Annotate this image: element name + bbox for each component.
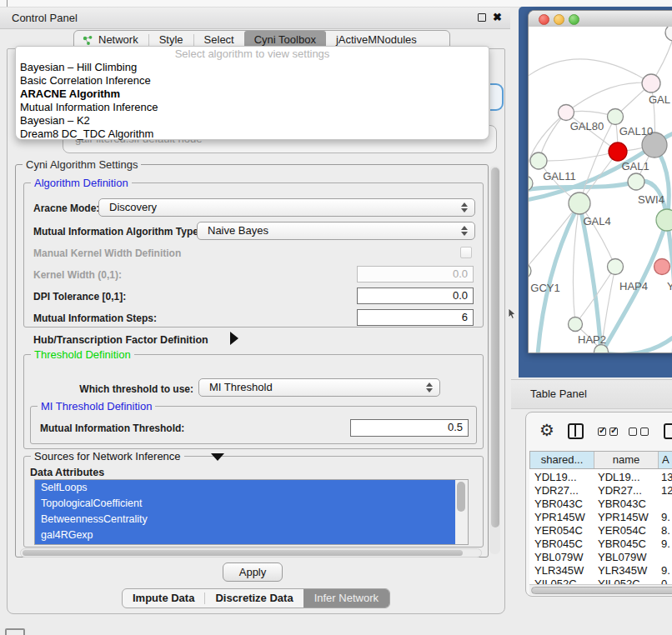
column-split-icon[interactable] [568,423,584,439]
manual-kernel-checkbox[interactable] [460,247,472,258]
settings-horizontal-scrollbar[interactable] [20,548,482,558]
node-label: GAL1 [621,160,649,172]
mi-threshold-field[interactable]: 0.5 [350,419,469,437]
focused-combo-fragment[interactable] [490,83,504,111]
hub-definition-label[interactable]: Hub/Transcription Factor Definition [33,334,208,346]
table-row[interactable]: YLR345WYLR345W9. [529,564,672,578]
table-panel-card: ⚙ ✓ ✓ shared... name A YDL19...YDL19...1… [525,412,672,597]
close-icon[interactable]: ✖ [493,11,502,23]
combo-stepper-icon [460,225,467,237]
aracne-mode-label: Aracne Mode: [33,202,99,214]
mi-type-combo[interactable]: Naive Bayes [197,222,475,240]
table-row[interactable]: YBL079WYBL079W [529,551,672,564]
table-row[interactable]: YBR043CYBR043C [529,498,672,511]
node-gal2[interactable] [642,74,660,92]
sources-title[interactable]: Sources for Network Inference [31,450,184,462]
mac-minimize-button[interactable] [554,14,564,25]
algorithm-dropdown: Select algorithm to view settings Bayesi… [15,46,489,140]
apply-button-label: Apply [239,566,267,578]
table-row[interactable]: YDR27...YDR27...12 [529,484,672,498]
table-row[interactable]: YBR045CYBR045C9. [529,538,672,551]
unchecked-checkbox-icon[interactable] [640,428,649,436]
dropdown-item[interactable]: Mutual Information Inference [16,101,489,114]
apply-button[interactable]: Apply [223,562,283,582]
aracne-mode-value: Discovery [109,201,157,213]
mac-close-button[interactable] [539,14,549,25]
node-swi4[interactable] [628,173,644,190]
bottom-tabs: Impute Data Discretize Data Infer Networ… [122,588,390,608]
table-horizontal-scrollbar[interactable] [529,584,672,595]
gear-icon[interactable]: ⚙ [539,420,554,440]
data-attributes-label: Data Attributes [30,467,104,478]
table-row[interactable]: YIL052CYIL052C0 [529,578,672,584]
node-label: GAL [649,93,670,106]
node-label: HAP4 [619,280,648,292]
checked-checkbox-icon[interactable]: ✓ [609,428,618,436]
node-hap4[interactable] [608,259,624,275]
mouse-cursor [508,308,516,319]
collapsed-panel-box[interactable] [5,628,25,635]
expand-right-arrow-icon[interactable] [230,332,238,345]
node-bottom-partial[interactable] [594,345,609,354]
table-body[interactable]: YDL19...YDL19...13 YDR27...YDR27...12 YB… [529,469,672,584]
dropdown-item-selected[interactable]: ARACNE Algorithm [16,88,489,101]
kernel-width-field[interactable]: 0.0 [357,266,474,282]
node-gal11[interactable] [530,152,547,169]
tab-infer-network[interactable]: Infer Network [303,589,389,608]
dropdown-item[interactable]: Bayesian – K2 [16,114,489,128]
node-hap2[interactable] [569,318,583,332]
settings-vertical-scrollbar[interactable] [489,166,500,554]
dropdown-item[interactable]: Dream8 DC_TDC Algorithm [16,128,489,141]
node-partial-top[interactable] [665,27,672,41]
which-threshold-combo[interactable]: MI Threshold [198,378,440,397]
column-header-shared-name[interactable]: shared... [530,452,594,468]
list-item[interactable]: gal4RGexp [35,528,455,543]
float-window-icon[interactable] [478,13,486,22]
partial-toolbar-icon[interactable] [664,423,672,439]
aracne-mode-combo[interactable]: Discovery [98,198,475,217]
list-vscroll-thumb[interactable] [457,482,465,512]
list-item[interactable]: TopologicalCoefficient [35,496,455,512]
collapse-down-arrow-icon[interactable] [211,453,224,461]
kernel-width-label: Kernel Width (0,1): [33,269,122,281]
node-gcy1[interactable] [529,263,531,278]
tab-discretize-data[interactable]: Discretize Data [205,589,303,608]
dropdown-item[interactable]: Basic Correlation Inference [16,74,489,88]
checked-checkbox-icon[interactable]: ✓ [598,428,606,436]
mi-steps-field[interactable]: 6 [357,309,474,326]
node-gal1-selected[interactable] [609,142,627,161]
node-gal10[interactable] [608,109,624,125]
manual-kernel-label: Manual Kernel Width Definition [33,248,181,259]
settings-vscroll-thumb[interactable] [491,168,499,528]
node-salmon[interactable] [654,259,670,275]
dropdown-item[interactable]: Bayesian – Hill Climbing [16,61,489,74]
list-item[interactable]: SelfLoops [35,480,455,496]
list-vertical-scrollbar[interactable] [455,480,468,544]
unchecked-checkbox-icon[interactable] [629,428,637,436]
column-header-partial[interactable]: A [659,452,672,468]
dpi-tolerance-field[interactable]: 0.0 [357,288,474,304]
node-gal4[interactable] [569,192,590,214]
top-strip-divider [7,0,8,7]
mac-zoom-button[interactable] [569,14,579,25]
list-item[interactable]: BetweennessCentrality [35,512,455,528]
settings-hscroll-thumb[interactable] [23,550,463,556]
table-row[interactable]: YPR145WYPR145W9. [529,511,672,524]
table-panel-title: Table Panel [530,380,587,408]
network-window: GAL GAL80 GAL10 GAL1 GAL11 SWI4 GAL4 GCY… [528,10,672,353]
node-label: Y [667,280,672,292]
node-gal80[interactable] [559,105,574,121]
mi-threshold-definition-title: MI Threshold Definition [38,400,155,412]
app-root: Control Panel ✖ Network Style Select Cyn… [0,0,672,635]
node-label: GAL11 [543,170,576,182]
data-attributes-list[interactable]: SelfLoops TopologicalCoefficient Between… [34,479,469,545]
tab-impute-data[interactable]: Impute Data [123,589,204,608]
network-canvas[interactable]: GAL GAL80 GAL10 GAL1 GAL11 SWI4 GAL4 GCY… [529,27,672,353]
column-header-name[interactable]: name [594,452,659,468]
table-row[interactable]: YER054CYER054C8. [529,524,672,538]
node-right-green[interactable] [656,209,672,231]
table-hscroll-thumb[interactable] [531,587,672,594]
network-window-titlebar[interactable] [529,11,672,28]
table-row[interactable]: YDL19...YDL19...13 [529,471,672,484]
combo-stepper-icon [460,202,467,213]
